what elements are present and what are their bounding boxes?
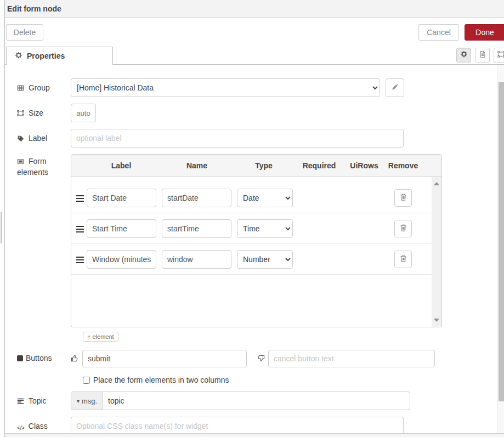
tray-footer-strip [5,433,504,437]
typed-input-type-button[interactable]: ▾ msg. [71,392,103,410]
element-label-input[interactable] [87,189,156,207]
element-row-2: Number [71,244,432,275]
description-view-button[interactable] [475,48,490,63]
editor-tab-bar: Properties [5,46,504,65]
tag-icon [17,135,26,144]
remove-element-button[interactable] [394,251,412,268]
trash-icon [399,254,407,264]
remove-element-button[interactable] [394,220,412,237]
element-name-input[interactable] [162,219,231,238]
thumbs-down-icon [257,354,265,362]
button-square-icon [17,355,23,361]
scrollbar-thumb[interactable] [499,82,504,401]
tab-properties-label: Properties [27,52,65,60]
element-label-input[interactable] [87,250,156,269]
group-label: Group [17,78,71,97]
two-columns-label: Place the form elements in two columns [93,376,229,384]
add-element-row: + element [83,331,504,342]
header-name: Name [186,161,207,170]
buttons-inputs [71,349,435,367]
header-label: Label [111,161,132,170]
thumbs-up-icon [71,354,79,362]
drag-handle-icon[interactable] [76,195,84,203]
document-icon [479,50,486,60]
scroll-down-icon[interactable] [434,319,439,322]
two-columns-row: Place the form elements in two columns [83,376,504,384]
buttons-row: Buttons [17,349,504,367]
drag-handle-icon[interactable] [76,257,84,265]
scroll-up-icon[interactable] [434,182,439,185]
gear-icon [15,52,22,61]
cancel-button[interactable]: Cancel [418,24,459,41]
delete-button[interactable]: Delete [6,24,43,41]
topic-value[interactable]: topic [103,392,410,410]
submit-button-text-input[interactable] [82,350,247,367]
dialog-title: Edit form node [5,0,504,18]
header-type: Type [255,161,273,170]
size-button[interactable]: auto [71,104,96,122]
tray-scrollbar[interactable] [497,65,504,433]
done-button[interactable]: Done [465,24,504,41]
properties-panel: Group [Home] Historical Data Size [5,65,504,433]
trash-icon [399,224,407,234]
list-box-icon [17,158,26,167]
form-elements-label: Form elements [17,154,71,327]
class-input[interactable] [71,417,404,435]
element-name-input[interactable] [162,250,231,269]
table-body: Date Time [71,177,441,327]
buttons-label: Buttons [17,349,71,367]
element-label-input[interactable] [87,219,156,238]
drag-handle-icon[interactable] [76,226,84,234]
header-required: Required [303,161,336,170]
element-row-0: Date [71,183,432,213]
edit-group-button[interactable] [386,78,404,97]
typed-input-type-label: msg. [82,397,97,405]
element-type-select[interactable]: Number [237,250,293,269]
form-elements-table: Label Name Type Required UiRows Remove D… [71,154,442,327]
label-input[interactable] [71,129,404,147]
appearance-icon [497,50,504,60]
cancel-button-text-input[interactable] [268,350,435,367]
tray-resize-grip[interactable] [1,212,2,243]
size-label: Size [17,104,71,122]
header-uirows: UiRows [350,161,378,170]
form-elements-row: Form elements Label Name Type Required U… [17,154,504,327]
pencil-icon [392,83,399,92]
class-row: </> Class [17,417,504,435]
edit-form-node-tray: Edit form node Delete Cancel Done Proper… [4,0,504,437]
size-row: Size auto [17,104,504,122]
table-icon [17,84,26,93]
properties-view-button[interactable] [456,48,471,63]
header-remove: Remove [388,161,418,170]
tab-properties[interactable]: Properties [6,47,113,65]
remove-element-button[interactable] [394,189,412,207]
editor-stage: Edit form node Delete Cancel Done Proper… [0,0,504,437]
label-row: Label [17,129,504,147]
topic-row: Topic ▾ msg. topic [17,391,504,410]
caret-down-icon: ▾ [77,398,80,404]
table-scrollbar[interactable] [432,177,441,327]
add-element-button[interactable]: + element [83,332,118,342]
code-icon: </> [17,424,24,431]
object-size-icon [17,110,26,118]
label-label: Label [17,129,71,147]
element-type-select[interactable]: Time [237,219,293,238]
align-lines-icon [17,398,26,406]
topic-typed-input[interactable]: ▾ msg. topic [71,391,410,410]
appearance-view-button[interactable] [494,48,504,63]
element-name-input[interactable] [162,189,231,207]
tray-toolbar: Delete Cancel Done [5,18,504,46]
group-row: Group [Home] Historical Data [17,78,504,97]
gear-icon [460,50,468,60]
group-select[interactable]: [Home] Historical Data [71,78,380,97]
topic-label: Topic [17,391,71,410]
table-header: Label Name Type Required UiRows Remove [71,155,441,177]
two-columns-checkbox[interactable] [83,377,90,384]
class-label: </> Class [17,417,71,435]
trash-icon [399,193,407,203]
element-row-1: Time [71,213,432,244]
element-type-select[interactable]: Date [237,189,293,207]
